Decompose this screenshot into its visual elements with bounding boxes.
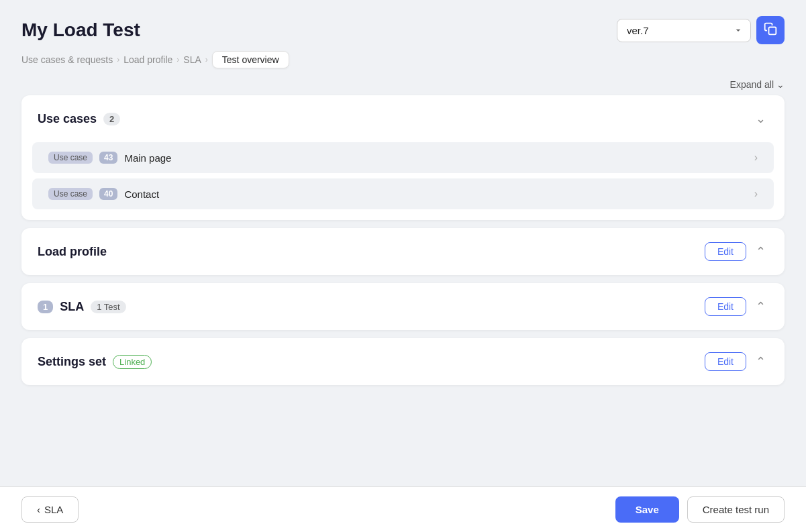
sla-section: 1 SLA 1 Test Edit ⌃	[21, 283, 785, 330]
use-cases-count-badge: 2	[103, 113, 120, 125]
chevron-down-icon: ⌄	[776, 79, 785, 90]
use-cases-header: Use cases 2 ⌄	[21, 95, 785, 142]
settings-set-edit-button[interactable]: Edit	[705, 352, 746, 371]
load-profile-title: Load profile	[38, 245, 107, 259]
load-profile-title-row: Load profile	[38, 245, 107, 259]
use-case-num-1: 43	[99, 152, 117, 164]
footer-right-actions: Save Create test run	[615, 496, 785, 523]
use-case-arrow-1: ›	[754, 152, 758, 164]
breadcrumb-test-overview[interactable]: Test overview	[212, 51, 289, 68]
arrow-left-icon: ‹	[37, 504, 40, 515]
use-case-num-2: 40	[99, 188, 117, 200]
settings-set-header: Settings set Linked Edit ⌃	[21, 338, 785, 385]
sla-badge-test: 1 Test	[91, 301, 125, 313]
use-case-main-page[interactable]: Use case 43 Main page ›	[32, 142, 774, 173]
breadcrumb-sla[interactable]: SLA	[183, 54, 201, 65]
sla-header: 1 SLA 1 Test Edit ⌃	[21, 283, 785, 330]
settings-set-collapse-button[interactable]: ⌃	[753, 352, 768, 372]
load-profile-collapse-button[interactable]: ⌃	[753, 242, 768, 262]
sla-title-row: 1 SLA 1 Test	[38, 300, 126, 314]
breadcrumb-sep-2: ›	[177, 55, 179, 64]
copy-icon	[764, 22, 777, 39]
load-profile-section: Load profile Edit ⌃	[21, 228, 785, 275]
use-case-name-1: Main page	[124, 152, 747, 164]
settings-set-title: Settings set	[38, 355, 106, 369]
save-button[interactable]: Save	[615, 496, 679, 523]
settings-set-actions: Edit ⌃	[705, 352, 768, 372]
svg-rect-0	[769, 27, 776, 34]
settings-linked-badge: Linked	[113, 355, 152, 369]
create-test-run-button[interactable]: Create test run	[687, 496, 785, 523]
breadcrumb: Use cases & requests › Load profile › SL…	[21, 51, 785, 68]
use-case-name-2: Contact	[124, 189, 747, 200]
version-select[interactable]: ver.7 ver.6 ver.5 ver.4 ver.3 ver.2 ver.…	[617, 19, 751, 42]
sla-actions: Edit ⌃	[705, 297, 768, 317]
footer-bar: ‹ SLA Save Create test run	[0, 486, 806, 532]
settings-set-section: Settings set Linked Edit ⌃	[21, 338, 785, 385]
settings-set-title-row: Settings set Linked	[38, 355, 152, 369]
use-cases-section: Use cases 2 ⌄ Use case 43 Main page › Us…	[21, 95, 785, 220]
use-cases-title-row: Use cases 2	[38, 112, 120, 126]
breadcrumb-use-cases[interactable]: Use cases & requests	[21, 54, 113, 65]
back-label: SLA	[44, 504, 63, 515]
page-title: My Load Test	[21, 19, 140, 41]
load-profile-edit-button[interactable]: Edit	[705, 242, 746, 261]
use-case-tag-2: Use case	[48, 188, 93, 200]
sla-title: SLA	[60, 300, 84, 314]
breadcrumb-load-profile[interactable]: Load profile	[123, 54, 172, 65]
back-button[interactable]: ‹ SLA	[21, 496, 79, 523]
sla-collapse-button[interactable]: ⌃	[753, 297, 768, 317]
sla-badge-number: 1	[38, 301, 53, 313]
use-case-contact[interactable]: Use case 40 Contact ›	[32, 178, 774, 209]
use-cases-title: Use cases	[38, 112, 97, 126]
header-row: My Load Test ver.7 ver.6 ver.5 ver.4 ver…	[21, 16, 785, 44]
version-area: ver.7 ver.6 ver.5 ver.4 ver.3 ver.2 ver.…	[617, 16, 785, 44]
expand-all-label: Expand all	[730, 79, 774, 90]
load-profile-header: Load profile Edit ⌃	[21, 228, 785, 275]
breadcrumb-sep-3: ›	[205, 55, 208, 64]
breadcrumb-sep-1: ›	[117, 55, 119, 64]
load-profile-actions: Edit ⌃	[705, 242, 768, 262]
expand-all-row: Expand all ⌄	[21, 79, 785, 90]
copy-button[interactable]	[756, 16, 785, 44]
sla-edit-button[interactable]: Edit	[705, 297, 746, 316]
use-cases-collapse-button[interactable]: ⌄	[753, 109, 768, 129]
use-case-arrow-2: ›	[754, 188, 758, 200]
expand-all-button[interactable]: Expand all ⌄	[730, 79, 785, 90]
use-case-tag-1: Use case	[48, 152, 93, 164]
